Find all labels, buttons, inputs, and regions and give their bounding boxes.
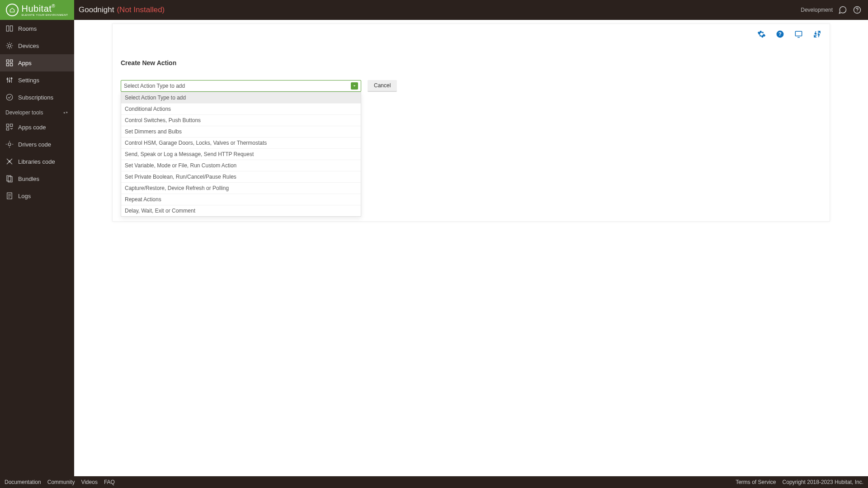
footer: Documentation Community Videos FAQ Terms… [0, 476, 868, 488]
svg-rect-23 [795, 31, 802, 36]
sidebar-item-label: Bundles [18, 175, 39, 182]
sidebar-item-apps[interactable]: Apps [0, 54, 74, 71]
topbar: Hubitat® ELEVATE YOUR ENVIRONMENT Goodni… [0, 0, 868, 20]
select-dropdown: Select Action Type to add Conditional Ac… [121, 92, 361, 217]
svg-rect-7 [6, 64, 9, 66]
sidebar-item-bundles[interactable]: Bundles [0, 170, 74, 187]
sidebar-item-label: Libraries code [18, 158, 55, 165]
drivers-code-icon [5, 140, 14, 148]
footer-link-documentation[interactable]: Documentation [5, 479, 41, 485]
svg-text:?: ? [778, 31, 782, 37]
svg-rect-2 [6, 26, 9, 31]
sidebar-item-label: Settings [18, 77, 39, 84]
libraries-code-icon [5, 157, 14, 166]
sidebar-item-label: Logs [18, 193, 31, 199]
select-value: Select Action Type to add [124, 83, 185, 89]
card-body: Create New Action Select Action Type to … [113, 24, 830, 110]
sidebar-item-label: Devices [18, 43, 39, 49]
sidebar-item-label: Drivers code [18, 141, 51, 148]
sidebar: Rooms Devices Apps Settings Subscription… [0, 20, 74, 476]
logs-icon [5, 192, 14, 200]
footer-link-videos[interactable]: Videos [81, 479, 97, 485]
action-type-select[interactable]: Select Action Type to add Select Action … [121, 80, 361, 92]
sidebar-item-rooms[interactable]: Rooms [0, 20, 74, 37]
select-option[interactable]: Control Switches, Push Buttons [121, 114, 361, 126]
select-option[interactable]: Set Variable, Mode or File, Run Custom A… [121, 160, 361, 171]
cancel-button[interactable]: Cancel [368, 80, 397, 92]
footer-right: Terms of Service Copyright 2018-2023 Hub… [736, 479, 863, 485]
bundles-icon [5, 175, 14, 183]
card: ? Create New Action Select Action Type t… [112, 24, 830, 222]
select-option[interactable]: Capture/Restore, Device Refresh or Polli… [121, 182, 361, 194]
sidebar-item-logs[interactable]: Logs [0, 187, 74, 204]
monitor-icon[interactable] [794, 30, 803, 38]
sidebar-item-drivers-code[interactable]: Drivers code [0, 136, 74, 153]
svg-point-16 [8, 143, 11, 146]
select-option[interactable]: Set Dimmers and Bulbs [121, 126, 361, 137]
sidebar-item-label: Rooms [18, 25, 37, 32]
select-option[interactable]: Repeat Actions [121, 194, 361, 205]
action-row: Select Action Type to add Select Action … [121, 80, 821, 92]
collapse-icon[interactable] [62, 109, 69, 116]
footer-link-tos[interactable]: Terms of Service [736, 479, 776, 485]
sidebar-section-devtools[interactable]: Developer tools [0, 106, 74, 118]
svg-rect-14 [10, 124, 13, 126]
svg-point-4 [8, 44, 11, 47]
gear-icon[interactable] [757, 30, 766, 38]
page-title-wrap: Goodnight (Not Installed) [74, 5, 165, 14]
select-option[interactable]: Send, Speak or Log a Message, Send HTTP … [121, 148, 361, 160]
help-icon[interactable] [853, 5, 862, 14]
page-title: Goodnight [79, 5, 114, 14]
select-option[interactable]: Set Private Boolean, Run/Cancel/Pause Ru… [121, 171, 361, 182]
footer-link-community[interactable]: Community [47, 479, 75, 485]
footer-copyright: Copyright 2018-2023 Hubitat, Inc. [783, 479, 863, 485]
rooms-icon [5, 24, 14, 33]
logo-icon [6, 4, 19, 16]
svg-rect-5 [6, 60, 9, 62]
chat-icon[interactable] [838, 5, 847, 14]
select-display[interactable]: Select Action Type to add [121, 80, 361, 92]
chevron-down-icon [351, 82, 358, 90]
dev-mode-label: Development [801, 7, 833, 13]
subscriptions-icon [5, 93, 14, 101]
svg-rect-6 [10, 60, 13, 62]
sidebar-item-devices[interactable]: Devices [0, 37, 74, 54]
sidebar-item-label: Apps code [18, 124, 46, 131]
logo[interactable]: Hubitat® ELEVATE YOUR ENVIRONMENT [0, 0, 74, 20]
section-title: Create New Action [121, 59, 821, 66]
card-toolbar: ? [757, 30, 821, 38]
svg-rect-13 [6, 124, 9, 126]
logo-text: Hubitat® ELEVATE YOUR ENVIRONMENT [21, 4, 68, 16]
select-option[interactable]: Control HSM, Garage Doors, Locks, Valves… [121, 137, 361, 148]
main: ? Create New Action Select Action Type t… [74, 20, 868, 476]
page-title-status: (Not Installed) [117, 5, 165, 14]
sidebar-item-apps-code[interactable]: Apps code [0, 118, 74, 136]
sidebar-item-subscriptions[interactable]: Subscriptions [0, 89, 74, 106]
settings-icon [5, 76, 14, 84]
expand-icon[interactable] [813, 30, 821, 38]
devices-icon [5, 42, 14, 50]
svg-rect-15 [6, 128, 9, 130]
sidebar-section-label: Developer tools [5, 109, 43, 116]
footer-left: Documentation Community Videos FAQ [5, 479, 115, 485]
select-option[interactable]: Select Action Type to add [121, 92, 361, 103]
apps-code-icon [5, 123, 14, 131]
sidebar-item-libraries-code[interactable]: Libraries code [0, 153, 74, 170]
help-circle-icon[interactable]: ? [776, 30, 784, 38]
svg-rect-8 [10, 64, 13, 66]
svg-point-12 [6, 94, 13, 100]
select-option[interactable]: Delay, Wait, Exit or Comment [121, 205, 361, 216]
topbar-right: Development [801, 5, 868, 14]
sidebar-item-label: Apps [18, 60, 32, 66]
sidebar-item-settings[interactable]: Settings [0, 71, 74, 89]
sidebar-item-label: Subscriptions [18, 94, 53, 101]
svg-point-1 [857, 12, 857, 12]
select-option[interactable]: Conditional Actions [121, 103, 361, 114]
apps-icon [5, 59, 14, 67]
svg-rect-3 [10, 26, 13, 31]
footer-link-faq[interactable]: FAQ [104, 479, 115, 485]
